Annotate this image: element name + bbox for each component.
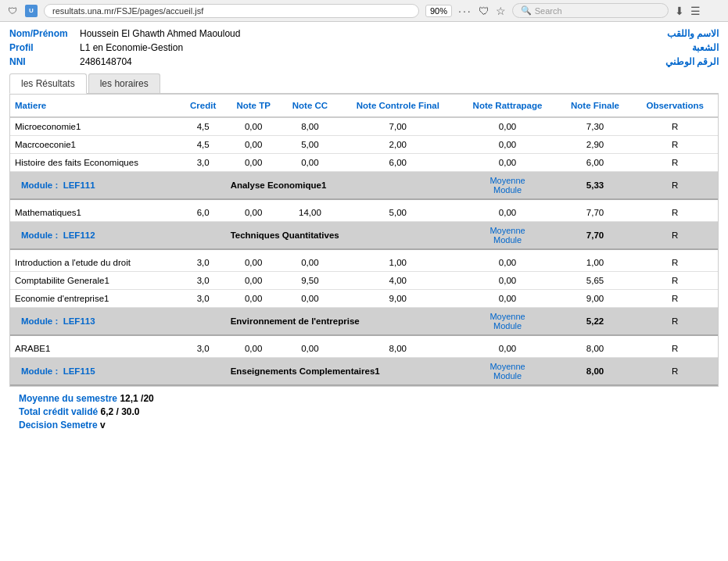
nom-row: Nom/Prénom Houssein El Ghawth Ahmed Maou… bbox=[9, 28, 719, 39]
table-row: Microeconomie14,50,008,007,000,007,30R bbox=[10, 117, 718, 136]
moyenne-row: Moyenne du semestre 12,1 /20 bbox=[19, 393, 709, 404]
cell: 7,70 bbox=[558, 204, 633, 222]
cell: 9,00 bbox=[339, 290, 457, 308]
header-note-finale: Note Finale bbox=[558, 95, 633, 117]
table-row: Introduction a l'etude du droit3,00,000,… bbox=[10, 254, 718, 272]
cell: 2,00 bbox=[339, 136, 457, 154]
module-code: LEF112 bbox=[63, 230, 95, 240]
more-options-icon[interactable]: ··· bbox=[458, 5, 472, 17]
module-code: LEF115 bbox=[63, 366, 95, 376]
cell: 0,00 bbox=[282, 254, 339, 272]
star-icon[interactable]: ☆ bbox=[496, 5, 506, 17]
shield-icon: 🛡 bbox=[6, 5, 19, 17]
favicon-icon: U bbox=[25, 5, 38, 17]
credit-value: 6,2 / 30.0 bbox=[100, 406, 139, 417]
search-box[interactable]: 🔍 Search bbox=[512, 3, 669, 18]
table-row: Macrcoeconie14,50,005,002,000,002,90R bbox=[10, 136, 718, 154]
cell: 0,00 bbox=[226, 340, 282, 358]
menu-icon[interactable]: ☰ bbox=[690, 5, 701, 17]
cell: 7,30 bbox=[558, 117, 633, 136]
cell: R bbox=[632, 272, 718, 290]
cell: 8,00 bbox=[558, 340, 633, 358]
download-icon[interactable]: ⬇ bbox=[675, 5, 684, 17]
cell: 9,00 bbox=[558, 290, 633, 308]
module-summary-row: Module : LEF113Environnement de l'entrep… bbox=[10, 308, 718, 336]
header-note-controle: Note Controle Final bbox=[339, 95, 457, 117]
tab-horaires[interactable]: les horaires bbox=[88, 73, 160, 93]
address-bar[interactable]: resultats.una.mr/FSJE/pages/accueil.jsf bbox=[44, 4, 419, 18]
cell: 4,00 bbox=[339, 272, 457, 290]
moyenne-value: 12,1 /20 bbox=[120, 393, 153, 404]
cell: 4,5 bbox=[181, 136, 226, 154]
cell: 0,00 bbox=[226, 204, 282, 222]
summary-section: Moyenne du semestre 12,1 /20 Total crédi… bbox=[9, 387, 719, 439]
credit-row: Total crédit validé 6,2 / 30.0 bbox=[19, 406, 709, 417]
arabic-profil: الشعبة bbox=[562, 42, 719, 53]
cell: 5,00 bbox=[282, 136, 339, 154]
module-label: Module : bbox=[21, 180, 58, 190]
header-note-rattrapage: Note Rattrapage bbox=[457, 95, 558, 117]
cell: 6,00 bbox=[558, 154, 633, 172]
header-note-tp: Note TP bbox=[226, 95, 282, 117]
table-row: Histoire des faits Economiques3,00,000,0… bbox=[10, 154, 718, 172]
cell: 1,00 bbox=[339, 254, 457, 272]
cell: 0,00 bbox=[457, 136, 558, 154]
decision-label: Decision Semetre bbox=[19, 420, 98, 431]
nom-value: Houssein El Ghawth Ahmed Maouloud bbox=[80, 28, 562, 39]
results-table-container: Matiere Credit Note TP Note CC Note Cont… bbox=[9, 94, 719, 387]
cell: 0,00 bbox=[226, 136, 282, 154]
cell: 3,0 bbox=[181, 340, 226, 358]
shield-check-icon: 🛡 bbox=[479, 5, 490, 17]
cell: ARABE1 bbox=[10, 340, 181, 358]
table-row: Economie d'entreprise13,00,000,009,000,0… bbox=[10, 290, 718, 308]
cell: R bbox=[632, 136, 718, 154]
cell: 0,00 bbox=[226, 290, 282, 308]
tabs-container: les Résultats les horaires bbox=[9, 73, 719, 94]
cell: R bbox=[632, 154, 718, 172]
zoom-badge[interactable]: 90% bbox=[425, 5, 452, 17]
module-code: LEF113 bbox=[63, 316, 95, 326]
cell: 3,0 bbox=[181, 272, 226, 290]
cell: 2,90 bbox=[558, 136, 633, 154]
cell: 0,00 bbox=[457, 254, 558, 272]
profil-value: L1 en Economie-Gestion bbox=[80, 42, 562, 53]
decision-row: Decision Semetre v bbox=[19, 420, 709, 431]
cell: Histoire des faits Economiques bbox=[10, 154, 181, 172]
student-info: Nom/Prénom Houssein El Ghawth Ahmed Maou… bbox=[9, 28, 719, 67]
arabic-nom: الاسم واللقب bbox=[562, 28, 719, 39]
cell: 0,00 bbox=[457, 340, 558, 358]
cell: 0,00 bbox=[226, 254, 282, 272]
cell: 0,00 bbox=[457, 154, 558, 172]
cell: 0,00 bbox=[282, 154, 339, 172]
cell: 9,50 bbox=[282, 272, 339, 290]
credit-label: Total crédit validé bbox=[19, 406, 98, 417]
cell: 0,00 bbox=[457, 290, 558, 308]
browser-chrome: 🛡 U resultats.una.mr/FSJE/pages/accueil.… bbox=[0, 0, 728, 22]
cell: Comptabilite Generale1 bbox=[10, 272, 181, 290]
cell: R bbox=[632, 290, 718, 308]
cell: R bbox=[632, 254, 718, 272]
module-summary-row: Module : LEF115Enseignements Complementa… bbox=[10, 358, 718, 386]
cell: Economie d'entreprise1 bbox=[10, 290, 181, 308]
cell: 6,00 bbox=[339, 154, 457, 172]
module-summary-row: Module : LEF112Techniques QuantitativesM… bbox=[10, 222, 718, 250]
module-code: LEF111 bbox=[63, 180, 95, 190]
cell: 3,0 bbox=[181, 154, 226, 172]
cell: 14,00 bbox=[282, 204, 339, 222]
nni-value: 2486148704 bbox=[80, 56, 562, 67]
cell: 0,00 bbox=[457, 272, 558, 290]
table-row: Mathematiques16,00,0014,005,000,007,70R bbox=[10, 204, 718, 222]
moyenne-label: Moyenne du semestre bbox=[19, 393, 117, 404]
cell: R bbox=[632, 204, 718, 222]
cell: 3,0 bbox=[181, 290, 226, 308]
tab-resultats[interactable]: les Résultats bbox=[9, 73, 87, 94]
cell: 0,00 bbox=[282, 290, 339, 308]
nni-label: NNI bbox=[9, 56, 72, 67]
cell: 8,00 bbox=[339, 340, 457, 358]
cell: 6,0 bbox=[181, 204, 226, 222]
module-summary-row: Module : LEF111Analyse Economique1Moyenn… bbox=[10, 172, 718, 200]
header-note-cc: Note CC bbox=[282, 95, 339, 117]
cell: R bbox=[632, 340, 718, 358]
table-row: ARABE13,00,000,008,000,008,00R bbox=[10, 340, 718, 358]
table-row: Comptabilite Generale13,00,009,504,000,0… bbox=[10, 272, 718, 290]
